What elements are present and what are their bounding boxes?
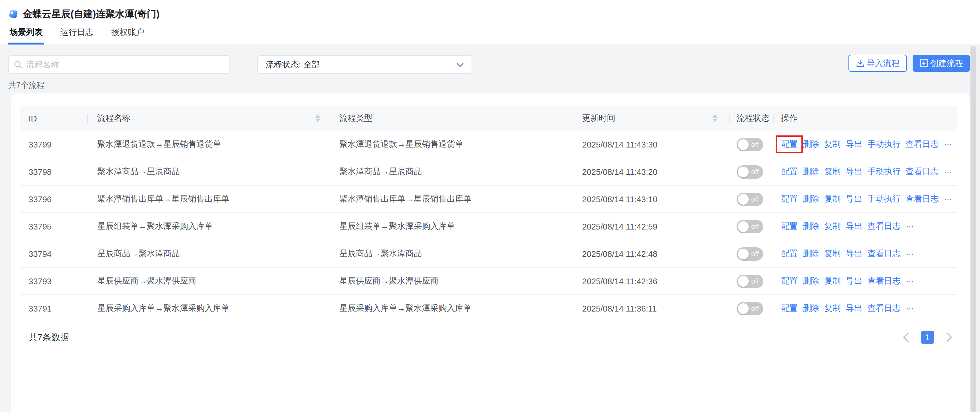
column-header-id-label: ID <box>29 113 37 123</box>
toggle-knob <box>738 166 749 177</box>
action-导出[interactable]: 导出 <box>846 138 862 150</box>
action-配置-highlighted[interactable]: 配置 <box>776 135 803 153</box>
action-复制[interactable]: 复制 <box>824 138 841 150</box>
action-配置[interactable]: 配置 <box>781 193 798 205</box>
flow-status-toggle[interactable]: off <box>737 192 763 206</box>
row-flow-name: 星辰组装单→聚水潭采购入库单 <box>87 221 332 232</box>
column-header-flow-type: 流程类型 <box>332 105 573 131</box>
action-more-icon[interactable]: ⋯ <box>906 276 914 286</box>
row-flow-type: 星辰供应商→聚水潭供应商 <box>332 275 573 287</box>
row-updated-time: 2025/08/14 11:43:30 <box>573 140 729 149</box>
action-删除[interactable]: 删除 <box>803 248 819 259</box>
tab-authorized-accounts[interactable]: 授权账户 <box>110 27 146 45</box>
toggle-off-label: off <box>751 168 759 175</box>
pagination-prev-icon[interactable] <box>903 332 913 342</box>
action-复制[interactable]: 复制 <box>824 193 841 205</box>
row-status-cell: off <box>729 302 773 315</box>
search-box <box>8 55 230 74</box>
action-more-icon[interactable]: ⋯ <box>906 304 914 313</box>
action-配置[interactable]: 配置 <box>781 248 798 259</box>
tab-bar: 场景列表 运行日志 授权账户 <box>8 27 146 45</box>
status-filter-value: 流程状态: 全部 <box>266 59 320 70</box>
action-导出[interactable]: 导出 <box>846 166 862 177</box>
row-flow-type: 星辰商品→聚水潭商品 <box>332 248 573 259</box>
row-flow-name: 聚水潭销售出库单→星辰销售出库单 <box>87 193 332 205</box>
pagination-next-icon[interactable] <box>942 332 952 342</box>
sort-icon-flow-name[interactable] <box>315 115 320 122</box>
row-status-cell: off <box>729 247 773 260</box>
action-more-icon[interactable]: ⋯ <box>944 167 952 177</box>
pagination-page-1[interactable]: 1 <box>921 331 934 344</box>
action-导出[interactable]: 导出 <box>846 275 862 287</box>
action-删除[interactable]: 删除 <box>803 166 819 177</box>
action-复制[interactable]: 复制 <box>824 221 841 232</box>
flow-status-toggle[interactable]: off <box>737 138 763 151</box>
filter-bar: 流程状态: 全部 导入流程 创建流程 共7个流程 <box>0 45 980 95</box>
action-查看日志[interactable]: 查看日志 <box>867 221 900 232</box>
action-more-icon[interactable]: ⋯ <box>906 221 914 231</box>
flow-status-toggle[interactable]: off <box>737 274 763 288</box>
flow-status-toggle[interactable]: off <box>737 247 763 260</box>
scrollbar-track[interactable] <box>970 46 980 412</box>
action-配置[interactable]: 配置 <box>781 275 798 287</box>
search-input[interactable] <box>25 59 229 70</box>
tab-run-logs[interactable]: 运行日志 <box>59 27 95 45</box>
action-导出[interactable]: 导出 <box>846 221 862 232</box>
import-flow-button[interactable]: 导入流程 <box>848 55 907 72</box>
column-header-flow-name: 流程名称 <box>87 105 332 131</box>
action-more-icon[interactable]: ⋯ <box>944 194 952 204</box>
action-手动执行[interactable]: 手动执行 <box>867 193 900 205</box>
row-id: 33793 <box>20 276 87 286</box>
row-actions: 配置删除复制导出查看日志⋯ <box>773 275 957 287</box>
action-查看日志[interactable]: 查看日志 <box>867 303 900 314</box>
tab-scene-list[interactable]: 场景列表 <box>8 27 44 45</box>
action-复制[interactable]: 复制 <box>824 166 841 177</box>
action-复制[interactable]: 复制 <box>824 275 841 287</box>
action-more-icon[interactable]: ⋯ <box>906 249 914 258</box>
action-删除[interactable]: 删除 <box>803 221 819 232</box>
action-删除[interactable]: 删除 <box>803 138 819 150</box>
action-删除[interactable]: 删除 <box>803 275 819 287</box>
scrollbar-thumb[interactable] <box>970 46 976 412</box>
action-导出[interactable]: 导出 <box>846 193 862 205</box>
action-more-icon[interactable]: ⋯ <box>944 140 952 149</box>
row-actions: 配置删除复制导出手动执行查看日志⋯ <box>773 138 957 150</box>
row-flow-type: 聚水潭商品→星辰商品 <box>332 166 573 177</box>
action-查看日志[interactable]: 查看日志 <box>906 193 939 205</box>
action-手动执行[interactable]: 手动执行 <box>867 138 900 150</box>
action-复制[interactable]: 复制 <box>824 303 841 314</box>
action-配置[interactable]: 配置 <box>781 303 798 314</box>
create-flow-button[interactable]: 创建流程 <box>913 55 970 72</box>
table-body: 33799聚水潭退货退款→星辰销售退货单聚水潭退货退款→星辰销售退货单2025/… <box>20 131 957 322</box>
action-配置[interactable]: 配置 <box>781 221 798 232</box>
row-actions: 配置删除复制导出查看日志⋯ <box>773 248 957 259</box>
action-复制[interactable]: 复制 <box>824 248 841 259</box>
action-删除[interactable]: 删除 <box>803 303 819 314</box>
row-updated-time: 2025/08/14 11:36:11 <box>573 304 729 313</box>
action-导出[interactable]: 导出 <box>846 303 862 314</box>
row-id: 33794 <box>20 249 87 258</box>
sort-icon-updated-time[interactable] <box>713 115 718 122</box>
action-查看日志[interactable]: 查看日志 <box>906 138 939 150</box>
toggle-knob <box>738 194 749 204</box>
chevron-down-icon <box>456 62 464 67</box>
action-删除[interactable]: 删除 <box>803 193 819 205</box>
row-actions: 配置删除复制导出手动执行查看日志⋯ <box>773 166 957 177</box>
table-row: 33795星辰组装单→聚水潭采购入库单星辰组装单→聚水潭采购入库单2025/08… <box>20 213 957 240</box>
action-查看日志[interactable]: 查看日志 <box>867 275 900 287</box>
toggle-knob <box>738 276 749 286</box>
action-查看日志[interactable]: 查看日志 <box>906 166 939 177</box>
row-id: 33796 <box>20 194 87 204</box>
column-header-flow-type-label: 流程类型 <box>339 113 372 124</box>
column-header-actions-label: 操作 <box>781 113 798 124</box>
action-导出[interactable]: 导出 <box>846 248 862 259</box>
action-手动执行[interactable]: 手动执行 <box>867 166 900 177</box>
create-flow-label: 创建流程 <box>930 57 963 69</box>
action-配置[interactable]: 配置 <box>781 166 798 177</box>
status-filter-select[interactable]: 流程状态: 全部 <box>258 55 472 74</box>
flow-status-toggle[interactable]: off <box>737 302 763 315</box>
flow-status-toggle[interactable]: off <box>737 165 763 178</box>
action-查看日志[interactable]: 查看日志 <box>867 248 900 259</box>
flow-status-toggle[interactable]: off <box>737 220 763 233</box>
toggle-off-label: off <box>751 305 759 312</box>
